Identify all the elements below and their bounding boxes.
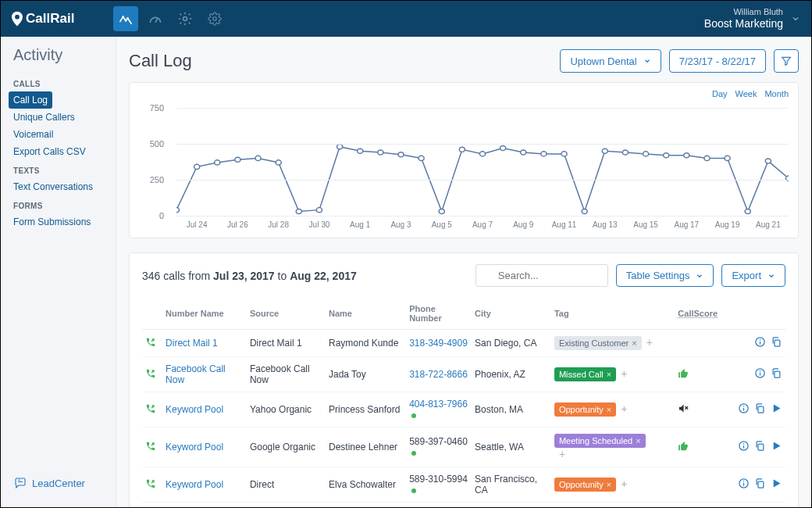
user-account-menu[interactable]: William Bluth Boost Marketing	[704, 7, 800, 30]
info-icon[interactable]	[754, 367, 766, 381]
number-name-cell[interactable]: Keyword Pool	[162, 428, 247, 467]
account-filter[interactable]: Uptown Dental	[560, 49, 661, 73]
svg-point-17	[398, 152, 404, 157]
row-actions-cell	[727, 428, 785, 467]
sidebar-item[interactable]: Call Log	[9, 91, 52, 109]
brand-text: CallRail	[26, 11, 74, 27]
column-header[interactable]: Source	[247, 298, 326, 330]
tag-pill[interactable]: Opportunity ×	[554, 402, 616, 417]
play-icon[interactable]	[771, 478, 782, 492]
chevron-down-icon	[696, 272, 703, 280]
tag-remove-icon[interactable]: ×	[607, 405, 611, 414]
caller-name-cell: Jada Toy	[326, 357, 406, 392]
play-icon[interactable]	[771, 402, 782, 417]
row-actions-cell	[727, 330, 785, 357]
copy-icon[interactable]	[771, 367, 782, 381]
column-header[interactable]: Phone Number	[406, 298, 472, 330]
tag-pill[interactable]: Missed Call ×	[554, 367, 616, 381]
add-tag-button[interactable]: +	[621, 402, 627, 415]
number-name-cell[interactable]: Facebook Call Now	[162, 357, 247, 392]
brand-logo[interactable]: CallRail	[12, 11, 74, 27]
column-header[interactable]: Tag	[551, 298, 658, 330]
info-icon[interactable]	[738, 440, 750, 454]
add-tag-button[interactable]: +	[646, 336, 653, 349]
phone-cell[interactable]: 404-813-7966	[406, 392, 472, 428]
page-header: Call Log Uptown Dental 7/23/17 - 8/22/17	[129, 49, 799, 73]
phone-cell: 589-397-0460	[406, 428, 472, 467]
svg-point-33	[725, 156, 730, 160]
calls-chart-card: Day Week Month 0250500750 Jul 24Jul 26Ju…	[129, 82, 799, 238]
search-input[interactable]	[475, 264, 608, 287]
number-name-cell[interactable]: Keyword Pool	[162, 467, 247, 503]
sidebar-item[interactable]: Form Submissions	[1, 213, 116, 231]
column-header[interactable]: Number Name	[162, 298, 247, 330]
table-settings-button[interactable]: Table Settings	[616, 264, 714, 287]
copy-icon[interactable]	[771, 336, 782, 350]
top-nav	[113, 6, 227, 31]
info-icon[interactable]	[738, 402, 750, 417]
callscore-cell[interactable]	[675, 357, 726, 392]
filter-button[interactable]	[774, 49, 799, 73]
svg-point-10	[255, 156, 261, 160]
copy-icon[interactable]	[754, 402, 766, 417]
svg-rect-60	[758, 481, 764, 488]
add-tag-button[interactable]: +	[621, 478, 627, 490]
add-tag-button[interactable]: +	[559, 448, 565, 460]
chart-period-tabs: Day Week Month	[712, 89, 789, 98]
svg-point-32	[704, 156, 710, 160]
chevron-down-icon	[643, 57, 651, 65]
leadcenter-link[interactable]: LeadCenter	[1, 468, 116, 498]
nav-gauge-icon[interactable]	[143, 6, 168, 31]
number-name-cell[interactable]: Keyword Pool	[162, 392, 247, 428]
period-tab-week[interactable]: Week	[735, 89, 757, 98]
copy-icon[interactable]	[754, 478, 766, 492]
date-range-picker[interactable]: 7/23/17 - 8/22/17	[669, 49, 766, 73]
play-icon[interactable]	[771, 440, 782, 454]
sidebar-section-label: CALLS	[1, 73, 116, 91]
svg-point-26	[582, 209, 587, 213]
tag-pill[interactable]: Meeting Scheduled ×	[554, 434, 646, 448]
callscore-cell[interactable]	[675, 503, 726, 508]
city-cell: Boston, MA	[472, 392, 551, 428]
column-header[interactable]: CallScore	[675, 298, 726, 330]
city-cell: San Francisco, CA	[472, 467, 551, 503]
column-header[interactable]: City	[472, 298, 551, 330]
leadcenter-icon	[13, 476, 27, 490]
column-header[interactable]: Name	[326, 298, 406, 330]
callscore-cell[interactable]	[675, 392, 726, 428]
sidebar-item[interactable]: Export Calls CSV	[1, 143, 116, 160]
phone-cell[interactable]: 318-722-8666	[406, 357, 472, 392]
chart-area	[176, 108, 789, 216]
tag-pill[interactable]: Opportunity ×	[554, 478, 616, 492]
callscore-cell[interactable]	[675, 428, 726, 467]
nav-activity-icon[interactable]	[113, 6, 138, 31]
phone-cell[interactable]: 318-349-4909	[406, 330, 472, 357]
tag-remove-icon[interactable]: ×	[607, 480, 611, 489]
source-cell: Google Organic	[247, 428, 326, 467]
copy-icon[interactable]	[754, 440, 766, 454]
info-icon[interactable]	[754, 336, 766, 350]
city-cell: San Diego, CA	[472, 330, 551, 357]
info-icon[interactable]	[738, 478, 750, 492]
number-name-cell[interactable]: Keyword Pool	[162, 503, 247, 508]
tag-cell: Opportunity ×+	[551, 392, 658, 428]
sidebar-title: Activity	[1, 46, 116, 73]
svg-point-24	[541, 152, 547, 156]
svg-point-12	[296, 209, 301, 213]
nav-settings-icon[interactable]	[173, 6, 198, 31]
nav-gear-icon[interactable]	[202, 6, 227, 31]
number-name-cell[interactable]: Direct Mail 1	[162, 330, 247, 357]
export-button[interactable]: Export	[721, 264, 785, 287]
tag-remove-icon[interactable]: ×	[607, 370, 611, 379]
table-row: Keyword PoolGoogle OrganicDestinee Lehne…	[142, 428, 785, 467]
svg-point-6	[176, 208, 180, 213]
add-tag-button[interactable]: +	[621, 367, 627, 380]
sidebar-item[interactable]: Voicemail	[1, 126, 116, 143]
tag-remove-icon[interactable]: ×	[632, 338, 636, 348]
period-tab-day[interactable]: Day	[712, 89, 728, 98]
sidebar-item[interactable]: Text Conversations	[1, 178, 116, 195]
tag-remove-icon[interactable]: ×	[636, 436, 640, 445]
tag-pill[interactable]: Existing Customer ×	[554, 336, 642, 350]
period-tab-month[interactable]: Month	[764, 89, 789, 98]
sidebar-item[interactable]: Unique Callers	[1, 109, 116, 126]
